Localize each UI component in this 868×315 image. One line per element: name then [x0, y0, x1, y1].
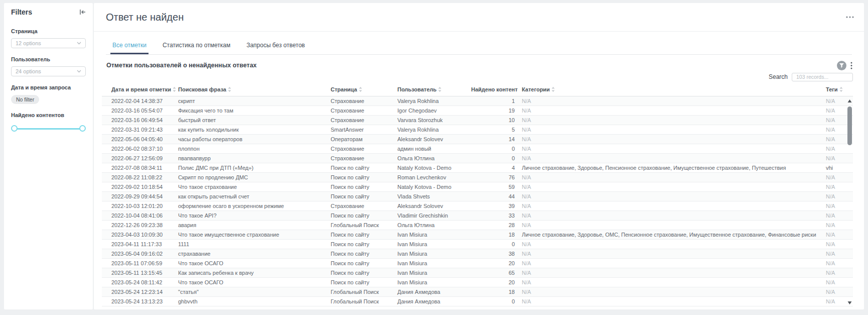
column-header-4[interactable]: Пользователь — [395, 83, 469, 96]
filter-group: Найдено контентов — [11, 112, 86, 132]
table-cell: N/A — [518, 287, 822, 297]
table-row[interactable]: 2023-05-24 13:13:23ghbvvthГлобальный Пои… — [102, 297, 853, 306]
table-cell: N/A — [518, 221, 822, 230]
table-row[interactable]: 2022-07-08 08:34:11Полис ДМС при ДТП («М… — [102, 163, 853, 173]
table-cell: Страхование — [329, 106, 395, 116]
arrow-down-icon[interactable] — [847, 301, 852, 305]
table-row[interactable]: 2023-05-24 12:23:14"статья"Глобальный По… — [102, 287, 853, 297]
table-cell: Vlada Shvets — [395, 192, 469, 201]
filter-group: Пользователь24 options — [11, 56, 86, 76]
table-cell: 20 — [469, 259, 518, 268]
table-row[interactable]: 2022-10-03 12:01:20оформление осаго в ус… — [102, 201, 853, 211]
collapse-left-icon[interactable] — [79, 9, 86, 15]
scrollbar-thumb[interactable] — [847, 107, 852, 145]
table-cell: админ новый — [395, 144, 469, 154]
table-cell: 2023-05-04 09:16:02 — [102, 249, 176, 259]
filter-label: Пользователь — [11, 56, 86, 62]
slider-handle-min[interactable] — [11, 125, 18, 132]
table-row[interactable]: 2022-03-16 05:54:07Фиксация чего то тамС… — [102, 106, 853, 116]
table-cell: Личное страхование, Здоровье, ОМС, Пенси… — [518, 230, 822, 240]
table-row[interactable]: 2022-06-02 08:37:10плоппонСтрахованиеадм… — [102, 144, 853, 154]
tab-статистика-по-отметкам[interactable]: Статистика по отметкам — [161, 38, 232, 54]
filter-select[interactable]: 12 options — [11, 38, 86, 48]
column-header-5[interactable]: Найдено контентов — [469, 83, 518, 96]
table-cell: 2023-05-24 13:13:23 — [102, 297, 176, 306]
table-cell: 2022-10-03 12:01:20 — [102, 201, 176, 211]
table-row[interactable]: 2022-09-02 10:18:54Что такое страхование… — [102, 182, 853, 192]
filter-select[interactable]: 24 options — [11, 66, 86, 76]
column-header-3[interactable]: Страница — [329, 83, 395, 96]
table-cell: 14 — [469, 135, 518, 144]
table-cell: Страхование — [329, 154, 395, 163]
table-row[interactable]: 2022-10-04 08:41:06Что такое API?Поиск п… — [102, 211, 853, 221]
sort-icon[interactable] — [228, 87, 231, 92]
table-row[interactable]: 2023-04-03 10:09:30Что такое имущественн… — [102, 230, 853, 240]
table-cell: 1 — [469, 96, 518, 106]
kebab-menu-icon[interactable] — [850, 61, 853, 70]
table-row[interactable]: 2023-05-11 07:06:59Что такое ОСАГОПоиск … — [102, 259, 853, 268]
table-cell: Vladimir Grechishkin — [395, 211, 469, 221]
tab-все-отметки[interactable]: Все отметки — [110, 38, 149, 54]
funnel-icon[interactable] — [837, 61, 846, 70]
table-cell: часы работы операторов — [176, 135, 329, 144]
table-row[interactable]: 2022-08-22 11:08:22Скрипт по продлению Д… — [102, 173, 853, 182]
table-cell: Ivan Misiura — [395, 259, 469, 268]
table-row[interactable]: 2022-09-29 09:44:54как открыть расчетный… — [102, 192, 853, 201]
table-cell: 18 — [469, 230, 518, 240]
column-header-7[interactable]: Теги — [822, 83, 853, 96]
table-cell: ghbvvth — [176, 297, 329, 306]
column-header-6[interactable]: Категории — [518, 83, 822, 96]
ellipsis-icon[interactable] — [844, 14, 856, 20]
table-cell: Страхование — [329, 96, 395, 106]
table-cell: Valerya Rokhlina — [395, 96, 469, 106]
table-row[interactable]: 2022-03-31 09:21:43как купить холодильни… — [102, 125, 853, 135]
sort-icon[interactable] — [173, 87, 176, 92]
table-cell: Личное страхование, Здоровье, Пенсионное… — [518, 163, 822, 173]
table-row[interactable]: 2022-12-26 09:23:38аварияГлобальный Поис… — [102, 221, 853, 230]
table-cell: 2022-03-16 06:49:54 — [102, 116, 176, 125]
sort-icon[interactable] — [438, 87, 442, 92]
content-area: Отметки пользователей о ненайденных отве… — [94, 60, 864, 306]
filter-label: Найдено контентов — [11, 112, 86, 118]
table-row[interactable]: 2022-05-06 04:05:40часы работы операторо… — [102, 135, 853, 144]
table-cell: N/A — [518, 182, 822, 192]
table-cell: Aleksandr Solovev — [395, 135, 469, 144]
table-row[interactable]: 2023-04-11 11:17:331111Поиск по сайтуIva… — [102, 240, 853, 249]
slider-handle-max[interactable] — [79, 125, 86, 132]
column-header-label: Дата и время отметки — [111, 86, 171, 92]
found-contents-slider[interactable] — [11, 125, 86, 132]
sort-icon[interactable] — [551, 87, 555, 92]
table-cell: N/A — [518, 154, 822, 163]
table-row[interactable]: 2023-05-11 13:15:45Как записать ребенка … — [102, 268, 853, 278]
arrow-up-icon[interactable] — [847, 99, 852, 103]
table-cell: Что такое имущественное страхование — [176, 230, 329, 240]
table-cell: 19 — [469, 106, 518, 116]
table-cell: 38 — [469, 249, 518, 259]
column-header-label: Поисковая фраза — [178, 86, 226, 92]
tab-запросы-без-ответов[interactable]: Запросы без ответов — [244, 38, 307, 54]
table-row[interactable]: 2022-06-27 12:56:09пвапвапвуррСтраховани… — [102, 154, 853, 163]
table-cell: 59 — [469, 182, 518, 192]
search-input[interactable] — [792, 73, 853, 81]
table-cell: плоппон — [176, 144, 329, 154]
sort-icon[interactable] — [359, 87, 362, 92]
table-cell: N/A — [518, 249, 822, 259]
vertical-scrollbar[interactable] — [847, 97, 852, 307]
date-filter-chip[interactable]: No filter — [11, 95, 39, 104]
table-row[interactable]: 2022-02-04 14:38:37скриптСтрахованиеVale… — [102, 96, 853, 106]
table-cell: N/A — [518, 268, 822, 278]
table-cell: 2022-06-02 08:37:10 — [102, 144, 176, 154]
table-row[interactable]: 2022-03-16 06:49:54быстрый ответСтрахова… — [102, 116, 853, 125]
table-cell: Что такое ОСАГО — [176, 259, 329, 268]
table-cell: Дания Ахмедова — [395, 297, 469, 306]
table-cell: скрипт — [176, 96, 329, 106]
table-cell: 2022-09-02 10:18:54 — [102, 182, 176, 192]
column-header-2[interactable]: Поисковая фраза — [176, 83, 329, 96]
table-cell: Глобальный Поиск — [329, 221, 395, 230]
filters-panel: Filters Страница12 optionsПользователь24… — [4, 3, 93, 309]
sort-icon[interactable] — [839, 87, 843, 92]
column-header-1[interactable]: Дата и время отметки — [102, 83, 176, 96]
table-cell: Что такое API? — [176, 211, 329, 221]
table-row[interactable]: 2023-05-24 08:11:42Что такое ОСАГОПоиск … — [102, 278, 853, 287]
table-row[interactable]: 2023-05-04 09:16:02страхаваниеПоиск по с… — [102, 249, 853, 259]
